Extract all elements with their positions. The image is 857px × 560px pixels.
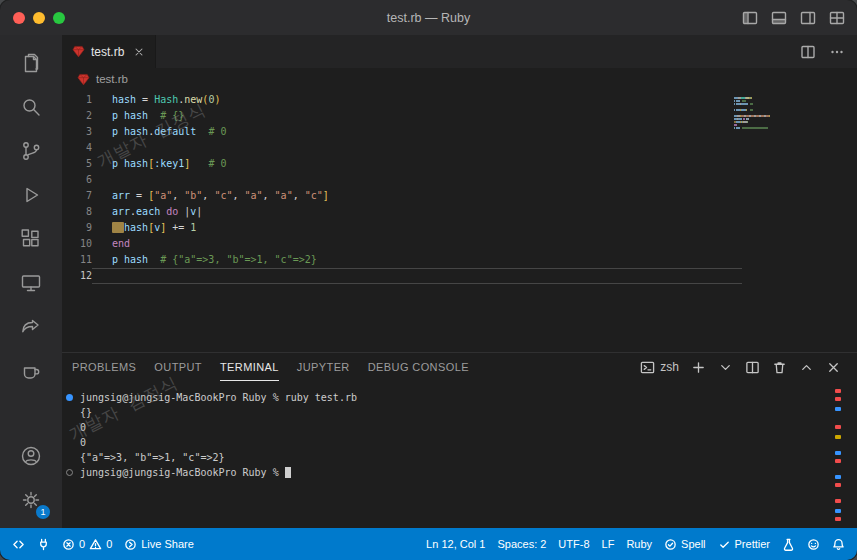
maximize-panel-button[interactable] — [799, 360, 814, 375]
indentation-button[interactable]: Spaces: 2 — [491, 528, 552, 560]
toggle-sidebar-button[interactable] — [742, 10, 758, 26]
minimap[interactable] — [734, 96, 792, 132]
terminal-line: jungsig@jungsig-MacBookPro Ruby % ruby t… — [80, 390, 827, 405]
customize-layout-button[interactable] — [829, 10, 845, 26]
prettier-label: Prettier — [735, 538, 770, 550]
live-share-label: Live Share — [141, 538, 194, 550]
kill-terminal-button[interactable] — [772, 360, 787, 375]
split-terminal-button[interactable] — [745, 360, 760, 375]
line-number: 4 — [62, 140, 92, 156]
activitybar-docker-button[interactable] — [7, 349, 55, 393]
code-line[interactable]: 7arr = ["a", "b", "c", "a", "a", "c"] — [62, 188, 857, 204]
close-panel-button[interactable] — [826, 360, 841, 375]
tab-jupyter[interactable]: JUPYTER — [297, 353, 350, 381]
activitybar-source-control-button[interactable] — [7, 129, 55, 173]
ruler-mark — [835, 475, 841, 479]
activitybar-remote-explorer-button[interactable] — [7, 261, 55, 305]
activitybar-settings-button[interactable]: 1 — [7, 478, 55, 522]
line-number: 8 — [62, 204, 92, 220]
line-number: 10 — [62, 236, 92, 252]
code-line[interactable]: 11p hash # {"a"=>3, "b"=>1, "c"=>2} — [62, 252, 857, 268]
activitybar-run-debug-button[interactable] — [7, 173, 55, 217]
new-terminal-button[interactable] — [691, 360, 706, 375]
terminal-overview-ruler — [835, 381, 841, 528]
tab-problems[interactable]: PROBLEMS — [72, 353, 136, 381]
minimize-window-button[interactable] — [33, 12, 45, 24]
share-arrow-icon — [19, 315, 43, 339]
ruler-mark — [835, 517, 841, 521]
toggle-secondary-sidebar-button[interactable] — [800, 10, 816, 26]
split-editor-icon — [800, 44, 816, 60]
code-line[interactable]: 4 — [62, 140, 857, 156]
vscode-window: test.rb — Ruby — [0, 0, 857, 560]
tab-output[interactable]: OUTPUT — [154, 353, 202, 381]
activitybar-live-share-button[interactable] — [7, 305, 55, 349]
more-actions-button[interactable] — [829, 44, 845, 60]
tab-debug-console[interactable]: DEBUG CONSOLE — [368, 353, 469, 381]
toggle-panel-button[interactable] — [771, 10, 787, 26]
close-tab-button[interactable] — [133, 46, 145, 58]
breadcrumb[interactable]: test.rb — [62, 68, 857, 90]
ruler-mark — [835, 389, 841, 393]
plug-icon — [37, 538, 50, 551]
code-line[interactable]: 5p hash[:key1] # 0 — [62, 156, 857, 172]
encoding-button[interactable]: UTF-8 — [552, 528, 595, 560]
terminal[interactable]: jungsig@jungsig-MacBookPro Ruby % ruby t… — [62, 381, 857, 528]
spell-checker-button[interactable]: Spell — [658, 528, 711, 560]
live-share-button[interactable]: Live Share — [118, 528, 200, 560]
error-count: 0 — [79, 538, 85, 550]
tab-terminal[interactable]: TERMINAL — [220, 353, 279, 381]
activitybar-search-button[interactable] — [7, 85, 55, 129]
code-line[interactable]: 10end — [62, 236, 857, 252]
spell-label: Spell — [681, 538, 705, 550]
trash-icon — [772, 360, 787, 375]
activitybar-extensions-button[interactable] — [7, 217, 55, 261]
status-bar: 0 0 Live Share Ln 12, Col 1 Spaces: 2 UT… — [0, 528, 857, 560]
line-number: 3 — [62, 124, 92, 140]
status-right: Ln 12, Col 1 Spaces: 2 UTF-8 LF Ruby Spe… — [420, 528, 851, 560]
editor-tab-bar: test.rb — [62, 35, 857, 68]
ports-button[interactable] — [31, 528, 56, 560]
code-line[interactable]: 8arr.each do |v| — [62, 204, 857, 220]
code-line[interactable]: 12 — [62, 268, 857, 284]
source-control-branch-icon — [19, 139, 43, 163]
problems-button[interactable]: 0 0 — [56, 528, 118, 560]
command-decoration-icon[interactable] — [66, 469, 73, 476]
activitybar-accounts-button[interactable] — [7, 434, 55, 478]
prettier-button[interactable]: Prettier — [712, 528, 776, 560]
code-line[interactable]: 6 — [62, 172, 857, 188]
layout-panel-icon — [771, 10, 787, 26]
ruler-mark — [835, 425, 841, 429]
close-icon — [826, 360, 841, 375]
warning-count: 0 — [106, 538, 112, 550]
ruler-mark — [835, 499, 841, 503]
cursor-position-button[interactable]: Ln 12, Col 1 — [420, 528, 491, 560]
code-line[interactable]: 9 hash[v] += 1 — [62, 220, 857, 236]
status-beaker-button[interactable] — [776, 528, 801, 560]
tab-test-rb[interactable]: test.rb — [62, 35, 156, 68]
command-decoration-icon[interactable] — [66, 394, 73, 401]
eol-button[interactable]: LF — [596, 528, 621, 560]
layout-grid-icon — [829, 10, 845, 26]
zoom-window-button[interactable] — [53, 12, 65, 24]
remote-window-button[interactable] — [6, 528, 31, 560]
layout-sidebar-left-icon — [742, 10, 758, 26]
ruler-mark — [835, 509, 841, 513]
line-number: 5 — [62, 156, 92, 172]
status-feedback-button[interactable] — [801, 528, 826, 560]
editor[interactable]: 1hash = Hash.new(0)2p hash # {}3p hash.d… — [62, 90, 857, 352]
spell-checker-icon — [664, 538, 677, 551]
activitybar-explorer-button[interactable] — [7, 41, 55, 85]
line-number: 7 — [62, 188, 92, 204]
close-window-button[interactable] — [13, 12, 25, 24]
language-mode-button[interactable]: Ruby — [620, 528, 658, 560]
line-number: 9 — [62, 220, 92, 236]
extensions-icon — [19, 227, 43, 251]
title-bar[interactable]: test.rb — Ruby — [0, 0, 857, 35]
window-title: test.rb — Ruby — [0, 11, 857, 25]
notifications-button[interactable] — [826, 528, 851, 560]
shell-selector[interactable]: zsh — [640, 360, 679, 375]
terminal-profile-dropdown[interactable] — [718, 360, 733, 375]
plus-icon — [691, 360, 706, 375]
split-editor-button[interactable] — [800, 44, 816, 60]
